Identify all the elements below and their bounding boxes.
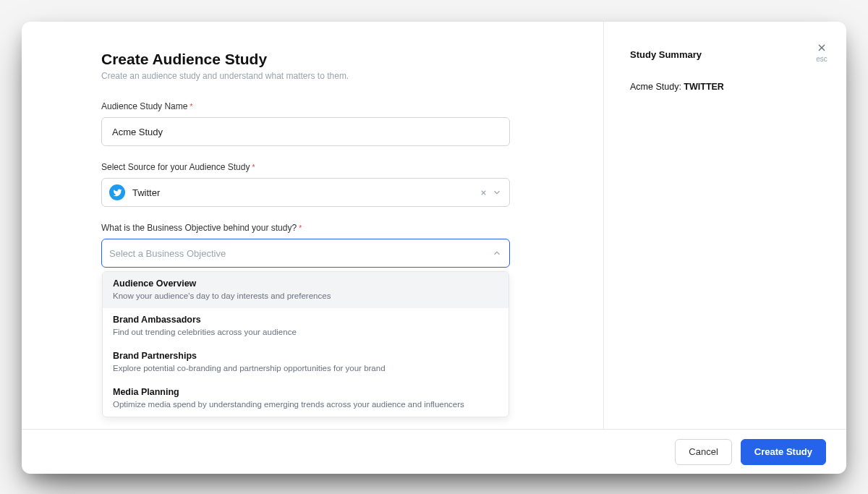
source-value: Twitter: [132, 187, 472, 198]
required-icon: *: [190, 103, 192, 111]
source-controls: [480, 187, 502, 197]
close-icon: [816, 42, 827, 54]
option-desc: Know your audience's day to day interest…: [113, 290, 498, 302]
summary-value: TWITTER: [684, 82, 724, 92]
cancel-button[interactable]: Cancel: [675, 439, 731, 465]
option-desc: Find out trending celebrities across you…: [113, 326, 498, 338]
summary-title: Study Summary: [630, 49, 820, 60]
required-icon: *: [299, 224, 302, 232]
field-source: Select Source for your Audience Study * …: [101, 162, 510, 207]
option-desc: Optimize media spend by understanding em…: [113, 399, 498, 410]
study-name-input[interactable]: [101, 117, 510, 146]
option-title: Media Planning: [113, 387, 498, 397]
label-text: Audience Study Name: [101, 101, 187, 111]
chevron-down-icon[interactable]: [492, 187, 502, 197]
field-objective: What is the Business Objective behind yo…: [101, 223, 510, 268]
clear-icon[interactable]: [480, 189, 488, 197]
objective-option-brand-partnerships[interactable]: Brand Partnerships Explore potential co-…: [103, 344, 509, 380]
option-title: Brand Ambassadors: [113, 315, 498, 325]
main-column: Create Audience Study Create an audience…: [22, 22, 603, 429]
required-icon: *: [252, 163, 255, 171]
modal-title: Create Audience Study: [101, 51, 510, 68]
modal-body: Create Audience Study Create an audience…: [22, 22, 846, 429]
objective-option-audience-overview[interactable]: Audience Overview Know your audience's d…: [103, 272, 509, 308]
modal-footer: Cancel Create Study: [22, 429, 846, 474]
summary-column: Study Summary Acme Study: TWITTER: [603, 22, 846, 429]
summary-line: Acme Study: TWITTER: [630, 82, 820, 92]
summary-prefix: Acme Study:: [630, 82, 684, 92]
modal-subtitle: Create an audience study and understand …: [101, 71, 510, 81]
create-study-modal: Create Audience Study Create an audience…: [22, 22, 846, 474]
close-button[interactable]: esc: [816, 42, 827, 63]
objective-placeholder: Select a Business Objective: [109, 248, 485, 259]
esc-label: esc: [816, 55, 827, 63]
field-study-name: Audience Study Name *: [101, 101, 510, 146]
objective-option-media-planning[interactable]: Media Planning Optimize media spend by u…: [103, 380, 509, 417]
create-study-button[interactable]: Create Study: [741, 439, 826, 465]
label-text: What is the Business Objective behind yo…: [101, 223, 297, 233]
source-label: Select Source for your Audience Study *: [101, 162, 510, 172]
twitter-icon: [109, 184, 125, 200]
objective-option-brand-ambassadors[interactable]: Brand Ambassadors Find out trending cele…: [103, 308, 509, 344]
option-title: Audience Overview: [113, 278, 498, 289]
objective-controls: [492, 248, 502, 258]
chevron-up-icon[interactable]: [492, 248, 502, 258]
objective-label: What is the Business Objective behind yo…: [101, 223, 510, 233]
option-title: Brand Partnerships: [113, 351, 498, 361]
objective-dropdown: Audience Overview Know your audience's d…: [102, 271, 509, 417]
source-select[interactable]: Twitter: [101, 178, 510, 207]
objective-select[interactable]: Select a Business Objective Audience Ove…: [101, 239, 510, 268]
label-text: Select Source for your Audience Study: [101, 162, 250, 172]
study-name-label: Audience Study Name *: [101, 101, 510, 111]
option-desc: Explore potential co-branding and partne…: [113, 362, 498, 374]
